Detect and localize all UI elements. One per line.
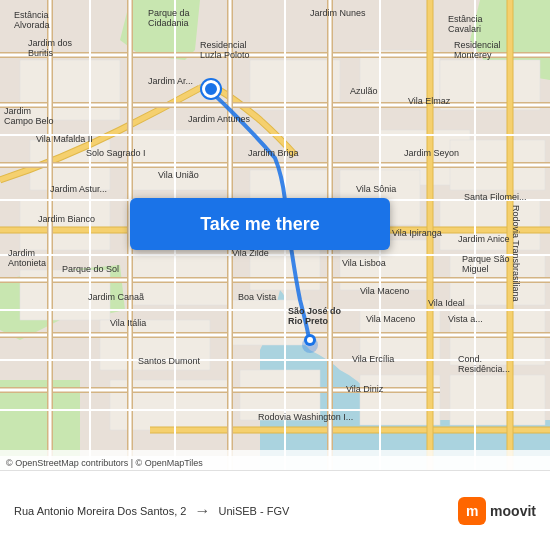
arrow-icon: →: [194, 502, 210, 520]
svg-rect-25: [230, 300, 310, 345]
moovit-logo: m moovit: [458, 497, 536, 525]
moovit-label: moovit: [490, 503, 536, 519]
map-container: EstânciaAlvorada Parque daCidadania Jard…: [0, 0, 550, 470]
location-marker: [202, 80, 220, 98]
map-attribution: © OpenStreetMap contributors | © OpenMap…: [0, 456, 550, 470]
from-location: Rua Antonio Moreira Dos Santos, 2: [14, 505, 186, 517]
svg-rect-9: [130, 130, 230, 190]
svg-rect-8: [20, 200, 110, 250]
to-location: UniSEB - FGV: [218, 505, 289, 517]
svg-rect-29: [240, 370, 320, 420]
moovit-icon: m: [458, 497, 486, 525]
svg-rect-18: [440, 200, 540, 250]
svg-rect-24: [100, 320, 210, 370]
svg-rect-6: [20, 60, 120, 120]
svg-point-34: [307, 337, 313, 343]
bottom-bar: Rua Antonio Moreira Dos Santos, 2 → UniS…: [0, 470, 550, 550]
svg-rect-31: [450, 375, 545, 425]
route-info: Rua Antonio Moreira Dos Santos, 2 → UniS…: [14, 502, 458, 520]
take-me-there-button[interactable]: Take me there: [130, 198, 390, 250]
